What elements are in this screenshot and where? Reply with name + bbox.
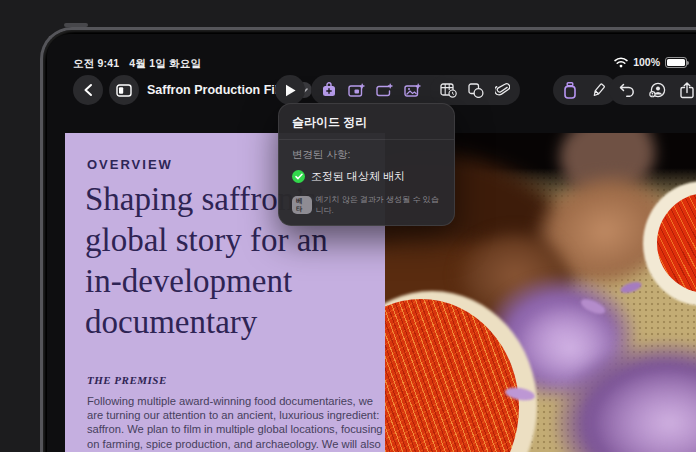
frame-plus-icon[interactable] [376, 83, 393, 98]
actions-toolbar-group [609, 75, 696, 105]
popover-change-row: 조정된 대상체 배치 [292, 169, 441, 184]
play-button[interactable] [275, 75, 305, 105]
back-button[interactable] [73, 75, 103, 105]
slide-eyebrow: OVERVIEW [87, 157, 173, 172]
status-date: 4월 1일 화요일 [129, 57, 201, 71]
share-icon[interactable] [680, 82, 694, 99]
table-clock-icon[interactable] [440, 82, 457, 98]
cleanup-jar-icon[interactable] [563, 82, 577, 99]
status-time: 오전 9:41 [73, 57, 119, 71]
collaborate-icon[interactable] [649, 82, 666, 98]
object-toolbar-group [430, 75, 520, 105]
popover-divider [279, 139, 454, 140]
photo-plus-icon[interactable] [404, 83, 421, 98]
status-bar-right: 100% [614, 56, 687, 68]
wifi-icon [614, 57, 628, 68]
view-navigator-button[interactable] [109, 75, 139, 105]
battery-icon [665, 57, 687, 68]
toolbox-plus-icon[interactable] [321, 82, 337, 98]
popover-changes-label: 변경된 사항: [292, 148, 441, 162]
pencil-icon[interactable] [590, 82, 607, 99]
shapes-icon[interactable] [468, 83, 484, 98]
slide-body-text: Following multiple award-winning food do… [87, 394, 385, 452]
popover-footer: 베타 예기치 않은 결과가 생성될 수 있습니다. [292, 194, 441, 216]
format-toolbar-group [553, 75, 617, 105]
battery-percent: 100% [633, 56, 660, 68]
tidy-slide-popover: 슬라이드 정리 변경된 사항: 조정된 대상체 배치 베타 예기치 않은 결과가… [278, 103, 455, 226]
popover-title: 슬라이드 정리 [292, 114, 441, 131]
beta-badge: 베타 [292, 196, 312, 215]
popover-change-item: 조정된 대상체 배치 [311, 169, 405, 184]
slide-navigator-icon [116, 84, 132, 97]
image-badge-plus-icon[interactable] [348, 83, 365, 98]
ipad-screen: 오전 9:41 4월 1일 화요일 100% [47, 34, 696, 452]
document-title: Saffron Production Film [147, 83, 289, 97]
popover-disclaimer: 예기치 않은 결과가 생성될 수 있습니다. [316, 194, 441, 216]
checkmark-icon [292, 170, 305, 183]
status-bar-left: 오전 9:41 4월 1일 화요일 [73, 57, 201, 71]
undo-icon[interactable] [619, 83, 635, 97]
marketing-canvas: 오전 9:41 4월 1일 화요일 100% [0, 0, 696, 452]
play-icon [285, 84, 296, 97]
back-chevron-icon [83, 83, 93, 97]
slide-premise-label: THE PREMISE [87, 374, 167, 386]
paperclip-icon[interactable] [495, 82, 510, 98]
